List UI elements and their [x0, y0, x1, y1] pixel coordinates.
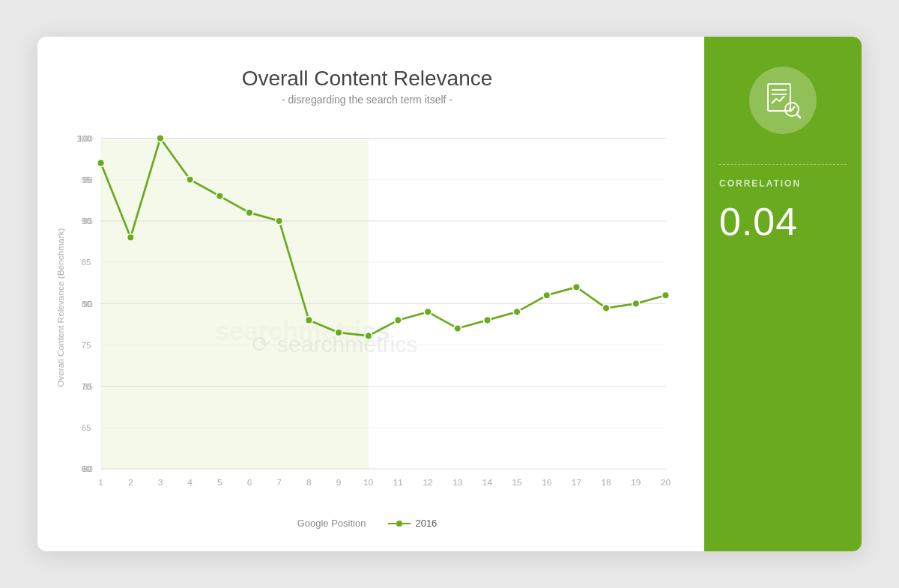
svg-point-49 [127, 234, 134, 241]
svg-point-62 [513, 308, 521, 315]
svg-text:75: 75 [82, 339, 92, 350]
svg-text:14: 14 [482, 476, 493, 487]
svg-text:17: 17 [572, 476, 581, 487]
svg-text:95: 95 [82, 175, 92, 185]
svg-text:3: 3 [158, 476, 163, 487]
sidebar-divider [719, 164, 847, 165]
svg-text:10: 10 [363, 476, 374, 487]
chart-subtitle: - disregarding the search term itself - [282, 94, 452, 106]
svg-point-51 [187, 175, 194, 183]
svg-text:19: 19 [631, 476, 641, 487]
svg-point-56 [335, 329, 342, 336]
svg-point-65 [602, 304, 610, 312]
correlation-label: CORRELATION [719, 178, 801, 189]
svg-point-64 [573, 283, 581, 291]
search-chart-icon [763, 81, 802, 120]
svg-text:4: 4 [187, 476, 193, 487]
legend-line-2016 [388, 523, 411, 524]
svg-point-50 [157, 134, 164, 142]
svg-text:16: 16 [542, 476, 552, 487]
main-chart-svg: searchmetrics [52, 121, 682, 511]
svg-text:80: 80 [82, 298, 92, 309]
svg-text:9: 9 [336, 476, 342, 487]
svg-rect-68 [768, 84, 790, 111]
svg-point-59 [424, 308, 432, 315]
svg-point-48 [97, 159, 105, 166]
chart-legend: Google Position 2016 [297, 518, 438, 529]
svg-point-55 [305, 316, 312, 324]
svg-text:8: 8 [306, 476, 312, 487]
x-axis-label: Google Position [297, 518, 366, 529]
svg-text:12: 12 [423, 476, 432, 487]
correlation-value: 0.04 [719, 199, 798, 244]
svg-point-66 [632, 300, 640, 307]
svg-text:2: 2 [128, 476, 133, 487]
svg-point-60 [454, 324, 461, 332]
svg-text:100: 100 [76, 133, 91, 143]
svg-point-57 [365, 332, 372, 339]
svg-line-72 [797, 114, 801, 118]
sidebar-panel: CORRELATION 0.04 [704, 37, 862, 552]
chart-wrapper: searchmetrics [52, 121, 682, 511]
svg-text:60: 60 [82, 464, 92, 474]
svg-text:5: 5 [217, 476, 223, 487]
svg-text:11: 11 [393, 476, 403, 487]
svg-text:70: 70 [82, 381, 92, 392]
svg-text:7: 7 [276, 476, 282, 487]
svg-text:Overall Content Relevance (Ben: Overall Content Relevance (Benchmark) [55, 228, 66, 387]
svg-text:13: 13 [452, 476, 463, 487]
svg-point-58 [395, 316, 402, 324]
svg-text:20: 20 [661, 476, 671, 487]
svg-point-54 [276, 217, 283, 225]
svg-point-52 [216, 192, 223, 199]
sidebar-icon-circle [749, 67, 817, 134]
main-card: Overall Content Relevance - disregarding… [37, 37, 862, 552]
svg-point-63 [543, 291, 551, 299]
chart-title: Overall Content Relevance [242, 67, 493, 91]
svg-text:15: 15 [512, 476, 522, 487]
svg-point-53 [246, 209, 253, 216]
svg-text:6: 6 [247, 476, 252, 487]
svg-text:1: 1 [98, 476, 103, 487]
svg-point-61 [484, 316, 491, 324]
svg-text:⟳ searchmetrics: ⟳ searchmetrics [252, 331, 417, 356]
svg-text:85: 85 [82, 257, 92, 267]
legend-item-2016: 2016 [388, 518, 437, 529]
svg-text:90: 90 [82, 216, 92, 226]
chart-section: Overall Content Relevance - disregarding… [37, 37, 704, 552]
svg-text:18: 18 [602, 476, 612, 487]
svg-point-67 [662, 291, 670, 299]
legend-text-2016: 2016 [415, 518, 437, 529]
svg-text:65: 65 [82, 422, 92, 433]
